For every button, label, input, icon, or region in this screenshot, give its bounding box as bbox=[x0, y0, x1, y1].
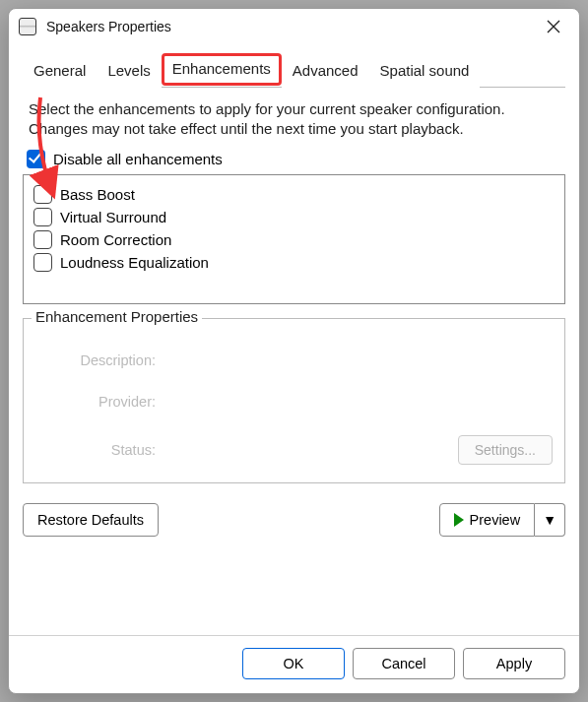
dialog-window: Speakers Properties General Levels Enhan… bbox=[8, 8, 580, 694]
list-item-label: Loudness Equalization bbox=[60, 254, 209, 271]
list-item[interactable]: Loudness Equalization bbox=[33, 251, 555, 274]
apply-label: Apply bbox=[496, 656, 532, 671]
titlebar: Speakers Properties bbox=[9, 9, 579, 44]
properties-group-title: Enhancement Properties bbox=[32, 308, 202, 325]
disable-all-checkbox[interactable] bbox=[27, 150, 45, 168]
tab-levels[interactable]: Levels bbox=[97, 55, 161, 88]
action-row: Restore Defaults Preview ▼ bbox=[23, 503, 565, 537]
dialog-footer: OK Cancel Apply bbox=[9, 635, 579, 693]
preview-split-button: Preview ▼ bbox=[439, 503, 565, 537]
list-item[interactable]: Virtual Surround bbox=[33, 206, 555, 228]
list-item[interactable]: Bass Boost bbox=[33, 183, 555, 206]
description-label: Description: bbox=[35, 352, 163, 368]
close-icon bbox=[547, 20, 560, 33]
chevron-down-icon: ▼ bbox=[543, 512, 556, 528]
preview-label: Preview bbox=[470, 512, 521, 528]
restore-defaults-button[interactable]: Restore Defaults bbox=[23, 503, 159, 537]
enhancement-properties-group: Enhancement Properties Description: Prov… bbox=[23, 318, 565, 483]
settings-button[interactable]: Settings... bbox=[458, 435, 553, 465]
checkbox-loudness-equalization[interactable] bbox=[33, 253, 52, 272]
list-item-label: Room Correction bbox=[60, 231, 171, 248]
description-text: Select the enhancements to apply for you… bbox=[23, 97, 565, 150]
tab-general[interactable]: General bbox=[23, 55, 97, 88]
list-item[interactable]: Room Correction bbox=[33, 228, 555, 251]
cancel-button[interactable]: Cancel bbox=[353, 648, 455, 679]
cancel-label: Cancel bbox=[381, 656, 425, 671]
list-item-label: Bass Boost bbox=[60, 186, 135, 203]
close-button[interactable] bbox=[532, 9, 575, 44]
speaker-icon bbox=[19, 18, 36, 35]
checkbox-virtual-surround[interactable] bbox=[33, 208, 52, 226]
checkbox-bass-boost[interactable] bbox=[33, 185, 52, 204]
checkbox-room-correction[interactable] bbox=[33, 230, 52, 249]
ok-label: OK bbox=[284, 656, 304, 671]
dialog-body: General Levels Enhancements Advanced Spa… bbox=[9, 44, 579, 635]
ok-button[interactable]: OK bbox=[242, 648, 345, 679]
enhancements-list: Bass Boost Virtual Surround Room Correct… bbox=[23, 174, 565, 304]
provider-label: Provider: bbox=[35, 394, 163, 410]
list-item-label: Virtual Surround bbox=[60, 209, 166, 225]
window-title: Speakers Properties bbox=[46, 19, 532, 34]
tab-advanced[interactable]: Advanced bbox=[282, 55, 369, 88]
disable-all-label: Disable all enhancements bbox=[53, 151, 223, 167]
apply-button[interactable]: Apply bbox=[463, 648, 565, 679]
disable-all-row: Disable all enhancements bbox=[23, 150, 565, 174]
tab-row: General Levels Enhancements Advanced Spa… bbox=[23, 54, 565, 88]
preview-dropdown-button[interactable]: ▼ bbox=[535, 503, 565, 537]
preview-button[interactable]: Preview bbox=[439, 503, 536, 537]
tab-enhancements[interactable]: Enhancements bbox=[162, 53, 282, 86]
tab-spatial-sound[interactable]: Spatial sound bbox=[369, 55, 481, 88]
play-icon bbox=[454, 513, 464, 527]
restore-defaults-label: Restore Defaults bbox=[37, 512, 144, 528]
status-label: Status: bbox=[35, 442, 163, 458]
